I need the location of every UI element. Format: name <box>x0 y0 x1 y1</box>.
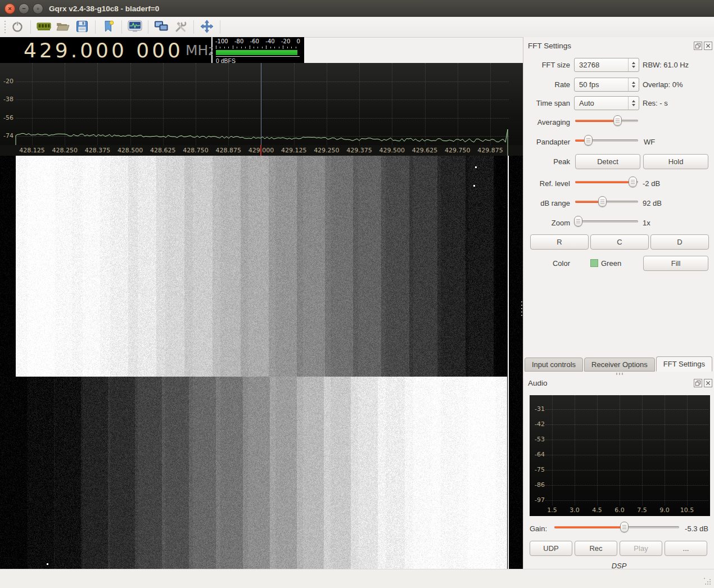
panel-splitter-handle[interactable] <box>521 301 523 316</box>
audio-khz-tick-label: 7.5 <box>637 506 647 514</box>
spinner-arrows-icon[interactable] <box>628 58 639 71</box>
computers-icon <box>154 20 169 34</box>
toolbar-drag-handle[interactable] <box>2 21 8 33</box>
device-config-button[interactable] <box>34 19 53 35</box>
slider-handle[interactable] <box>584 135 593 146</box>
db-tick-label: -20 <box>3 78 13 85</box>
remote-control-button[interactable] <box>152 19 171 35</box>
meter-tick-label: -100 <box>215 38 228 44</box>
power-button[interactable] <box>8 19 27 35</box>
db-range-value: 92 dB <box>643 199 662 207</box>
res-value: Res: - s <box>643 99 668 107</box>
spinner-arrows-icon[interactable] <box>628 97 639 110</box>
titlebar[interactable]: × − ▫ Gqrx v2.4-38-g10c8 - bladerf=0 <box>0 0 714 17</box>
float-panel-icon[interactable] <box>694 379 702 387</box>
db-range-slider[interactable] <box>575 196 638 207</box>
color-value: Green <box>601 259 621 268</box>
close-panel-icon[interactable] <box>704 42 712 50</box>
reset-button[interactable]: R <box>530 234 589 250</box>
zoom-label: Zoom <box>523 219 570 227</box>
settings-button[interactable] <box>171 19 190 35</box>
db-tick-label: -56 <box>3 114 13 121</box>
fill-button[interactable]: Fill <box>643 256 708 271</box>
resize-grip-icon[interactable] <box>704 578 712 586</box>
open-button[interactable] <box>53 19 73 35</box>
maximize-window-icon[interactable]: ▫ <box>33 3 43 14</box>
tab-receiver-options[interactable]: Receiver Options <box>584 358 655 372</box>
slider-handle[interactable] <box>613 115 622 126</box>
minimize-window-icon[interactable]: − <box>19 3 29 14</box>
frequency-display[interactable]: 429.000 000 MHz <box>0 37 211 63</box>
play-button[interactable]: Play <box>620 541 662 556</box>
grid-line <box>545 440 708 440</box>
meter-scale: -100-80-60-40-200 <box>215 38 300 44</box>
frequency-unit: MHz <box>186 42 216 58</box>
slider-handle[interactable] <box>574 216 582 227</box>
audio-db-tick-label: -53 <box>535 436 545 443</box>
bookmark-icon <box>103 20 114 34</box>
grid-line <box>665 395 665 505</box>
spectrum-plot[interactable]: 428.125428.250428.375428.500428.625428.7… <box>0 63 523 156</box>
tab-fft-settings[interactable]: FFT Settings <box>656 356 712 372</box>
rec-button[interactable]: Rec <box>575 541 617 556</box>
meter-tick-label: -60 <box>250 38 259 44</box>
tuning-marker-line[interactable] <box>261 63 261 145</box>
close-window-icon[interactable]: × <box>4 3 15 14</box>
meter-tick-label: 0 <box>297 38 300 44</box>
fft-settings-title: FFT Settings <box>528 42 571 50</box>
slider-handle[interactable] <box>598 196 607 207</box>
frequency-value[interactable]: 429.000 000 <box>24 39 183 62</box>
ref-level-slider[interactable] <box>575 177 638 187</box>
udp-button[interactable]: UDP <box>530 541 572 556</box>
zoom-value: 1x <box>643 219 650 227</box>
grid-line <box>545 424 708 425</box>
float-panel-icon[interactable] <box>694 42 702 50</box>
close-panel-icon[interactable] <box>704 379 712 387</box>
rbw-value: RBW: 61.0 Hz <box>643 61 689 69</box>
fft-size-select[interactable]: 32768 <box>574 58 639 72</box>
save-button[interactable] <box>73 19 92 35</box>
toolbar <box>0 17 714 38</box>
grid-line <box>575 395 575 505</box>
open-folder-icon <box>56 21 70 34</box>
slider-handle[interactable] <box>620 522 629 532</box>
pandapter-wf-label: WF <box>644 138 655 146</box>
center-frequency-marker <box>260 145 261 156</box>
audio-khz-tick-label: 3.0 <box>570 506 580 514</box>
grid-line <box>687 395 688 505</box>
gqrx-window: × − ▫ Gqrx v2.4-38-g10c8 - bladerf=0 <box>0 0 714 588</box>
peak-hold-button[interactable]: Hold <box>643 154 708 169</box>
slider-handle[interactable] <box>629 177 637 187</box>
rate-label: Rate <box>523 80 570 89</box>
audio-db-tick-label: -86 <box>535 481 545 489</box>
power-icon <box>11 20 24 34</box>
grid-line <box>620 395 620 505</box>
pandapter-slider[interactable] <box>575 135 638 146</box>
fullscreen-button[interactable] <box>197 19 216 35</box>
dock-tabbar: Input controls Receiver Options FFT Sett… <box>525 356 712 372</box>
demod-button[interactable]: D <box>650 234 709 250</box>
audio-title: Audio <box>528 379 548 387</box>
grid-line <box>642 395 643 505</box>
bookmarks-button[interactable] <box>99 19 118 35</box>
time-span-select[interactable]: Auto <box>574 96 639 110</box>
peak-detect-button[interactable]: Detect <box>575 154 640 169</box>
audio-db-tick-label: -31 <box>535 405 545 413</box>
tools-icon <box>174 20 187 35</box>
dsp-toggle-button[interactable] <box>125 19 144 35</box>
tab-input-controls[interactable]: Input controls <box>525 358 583 372</box>
waterfall-canvas[interactable] <box>0 156 523 569</box>
zoom-slider[interactable] <box>575 216 638 227</box>
spinner-arrows-icon[interactable] <box>628 78 639 91</box>
center-button[interactable]: C <box>590 234 649 250</box>
rate-select[interactable]: 50 fps <box>574 78 639 92</box>
gain-label: Gain: <box>530 524 547 533</box>
color-swatch[interactable] <box>590 259 598 267</box>
dock-splitter-handle[interactable] <box>616 373 624 375</box>
grid-line <box>545 455 708 455</box>
more-button[interactable]: ... <box>665 541 707 556</box>
window-title: Gqrx v2.4-38-g10c8 - bladerf=0 <box>49 4 159 13</box>
ref-level-label: Ref. level <box>523 179 570 188</box>
fft-trace <box>0 63 523 156</box>
averaging-slider[interactable] <box>575 115 638 126</box>
